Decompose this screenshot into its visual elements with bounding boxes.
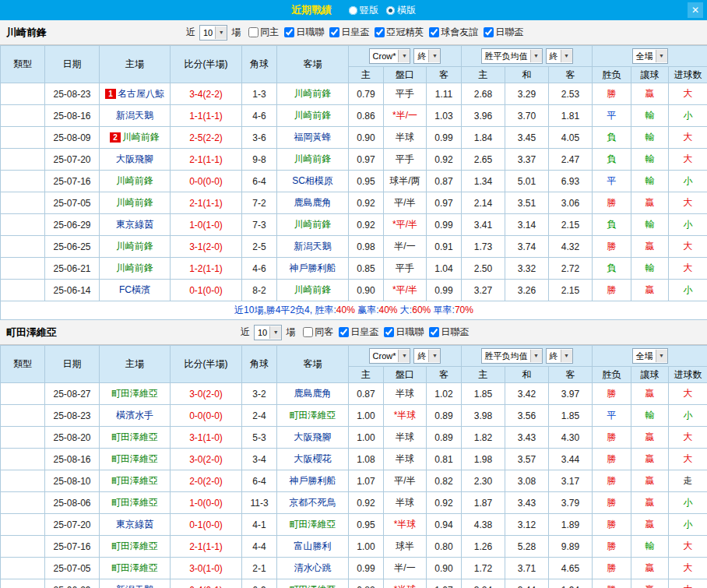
avg-draw-odds: 3.56 — [505, 405, 549, 427]
away-team-name[interactable]: 大阪飛腳 — [294, 431, 332, 442]
filter-checkbox[interactable] — [429, 27, 439, 37]
home-team-name[interactable]: 町田澤維亞 — [111, 497, 158, 508]
away-team-name[interactable]: 大阪櫻花 — [294, 453, 332, 464]
corner-score: 7-3 — [242, 214, 277, 236]
handicap-result: 贏 — [631, 280, 669, 301]
avg-home-odds: 1.73 — [462, 236, 505, 258]
filter-checkbox[interactable] — [375, 27, 385, 37]
chevron-down-icon: ▼ — [428, 50, 440, 62]
away-team-name[interactable]: 町田澤維亞 — [290, 519, 336, 530]
view-mode-radio[interactable]: 豎版 — [349, 4, 378, 17]
filter-checkbox-item[interactable]: 日皇盃 — [339, 326, 378, 339]
filter-checkbox-item[interactable]: 日皇盃 — [329, 26, 369, 39]
filter-checkbox-item[interactable]: 亞冠精英 — [375, 26, 424, 39]
away-team-name[interactable]: 神戶勝利船 — [290, 475, 336, 486]
filter-checkbox[interactable] — [484, 27, 494, 37]
final-odds-select[interactable]: 終▼ — [413, 348, 441, 364]
final-odds-select[interactable]: 終▼ — [413, 48, 441, 64]
full-match-select-value: 全場 — [636, 51, 653, 62]
avg-draw-odds: 3.74 — [505, 236, 549, 258]
ah-home-odds: 0.99 — [349, 558, 384, 579]
avg-odds-select[interactable]: 胜平负均值▼ — [481, 348, 543, 364]
filter-checkbox-item[interactable]: 日聯盃 — [484, 26, 523, 39]
away-team-name[interactable]: 京都不死鳥 — [290, 497, 336, 508]
filter-checkbox-item[interactable]: 日職聯 — [384, 326, 424, 339]
close-button[interactable]: ✕ — [688, 2, 703, 18]
goals-result: 小 — [669, 171, 707, 192]
home-team-name[interactable]: 橫濱水手 — [116, 410, 153, 421]
full-match-select[interactable]: 全場▼ — [632, 348, 668, 364]
home-team-name[interactable]: 町田澤維亞 — [111, 475, 158, 486]
away-team-cell: 神戶勝利船 — [277, 470, 349, 492]
final-avg-select[interactable]: 終▼ — [546, 48, 573, 64]
match-count-select[interactable]: 10▼ — [199, 25, 227, 40]
filter-checkbox-item[interactable]: 同客 — [303, 326, 333, 339]
away-team-name[interactable]: 新潟天鵝 — [294, 241, 332, 252]
filter-checkbox[interactable] — [303, 327, 313, 337]
home-team-name[interactable]: 大阪飛腳 — [116, 153, 153, 164]
away-team-name[interactable]: 富山勝利 — [294, 540, 332, 551]
away-team-name[interactable]: 川崎前鋒 — [294, 110, 332, 121]
handicap-result: 輸 — [631, 258, 669, 280]
home-team-name[interactable]: 町田澤維亞 — [111, 388, 158, 399]
home-team-name[interactable]: 川崎前鋒 — [116, 241, 153, 252]
away-team-name[interactable]: 町田澤維亞 — [290, 410, 336, 421]
home-team-name[interactable]: 東京綠茵 — [116, 219, 153, 230]
home-team-name[interactable]: FC橫濱 — [119, 284, 150, 295]
home-team-name[interactable]: 町田澤維亞 — [111, 453, 158, 464]
away-team-name[interactable]: 川崎前鋒 — [294, 284, 332, 295]
filter-checkbox-item[interactable]: 日職聯 — [284, 26, 324, 39]
away-team-name[interactable]: 鹿島鹿角 — [294, 388, 332, 399]
league-type: 日皇盃 — [1, 492, 45, 514]
home-team-cell: 町田澤維亞 — [100, 492, 171, 514]
home-team-name[interactable]: 川崎前鋒 — [116, 262, 153, 273]
away-team-name[interactable]: 福岡黃蜂 — [294, 132, 332, 143]
bookmaker-select[interactable]: Crow*▼ — [369, 348, 411, 364]
home-team-name[interactable]: 川崎前鋒 — [116, 175, 153, 186]
filter-checkbox[interactable] — [248, 27, 259, 37]
summary-part: 赢率: — [355, 305, 379, 315]
league-type: 日職聯 — [1, 149, 45, 171]
view-mode-radio[interactable]: 橫版 — [386, 4, 416, 17]
column-header-avg-draw: 和 — [505, 367, 549, 383]
filter-checkbox[interactable] — [429, 327, 439, 337]
filter-checkbox[interactable] — [329, 27, 339, 37]
away-team-name[interactable]: 川崎前鋒 — [294, 153, 332, 164]
away-team-name[interactable]: 川崎前鋒 — [294, 219, 332, 230]
home-team-name[interactable]: 川崎前鋒 — [116, 197, 153, 208]
away-team-name[interactable]: SC相模原 — [292, 175, 333, 186]
full-match-select[interactable]: 全場▼ — [632, 48, 668, 64]
home-team-name[interactable]: 新潟天鵝 — [116, 110, 153, 121]
away-team-name[interactable]: 町田澤維亞 — [290, 584, 336, 588]
filter-checkbox-item[interactable]: 同主 — [248, 26, 279, 39]
match-row: 日皇盃25-08-06町田澤維亞1-0(0-0)11-3京都不死鳥0.92半球0… — [1, 492, 707, 514]
filter-checkbox[interactable] — [384, 327, 394, 337]
final-avg-select[interactable]: 終▼ — [546, 348, 573, 364]
filter-checkbox-item[interactable]: 球會友誼 — [429, 26, 478, 39]
match-score: 3-0(2-0) — [171, 449, 242, 470]
avg-odds-select[interactable]: 胜平负均值▼ — [481, 48, 543, 64]
match-count-select[interactable]: 10▼ — [254, 325, 282, 340]
away-team-name[interactable]: 清水心跳 — [294, 562, 332, 573]
chevron-down-icon: ▼ — [398, 50, 410, 62]
away-team-name[interactable]: 川崎前鋒 — [294, 88, 332, 99]
games-label: 場 — [286, 326, 295, 339]
avg-draw-odds: 3.44 — [505, 579, 549, 588]
home-team-name[interactable]: 町田澤維亞 — [111, 431, 158, 442]
corner-score: 2-4 — [242, 405, 277, 427]
filter-checkbox[interactable] — [339, 327, 349, 337]
match-score: 3-0(2-0) — [171, 383, 242, 405]
match-row: 日皇盃25-08-27町田澤維亞3-0(2-0)3-2鹿島鹿角0.87半球1.0… — [1, 383, 707, 405]
filter-checkbox[interactable] — [284, 27, 294, 37]
away-team-name[interactable]: 神戶勝利船 — [290, 262, 336, 273]
home-team-name[interactable]: 名古屋八鯨 — [118, 88, 164, 99]
corner-score: 2-1 — [242, 558, 277, 579]
home-team-name[interactable]: 町田澤維亞 — [111, 562, 158, 573]
home-team-name[interactable]: 東京綠茵 — [116, 519, 153, 530]
home-team-name[interactable]: 新潟天鵝 — [116, 584, 153, 588]
home-team-name[interactable]: 川崎前鋒 — [122, 132, 160, 143]
bookmaker-select[interactable]: Crow*▼ — [369, 48, 411, 64]
away-team-name[interactable]: 鹿島鹿角 — [294, 197, 332, 208]
home-team-name[interactable]: 町田澤維亞 — [111, 540, 158, 551]
filter-checkbox-item[interactable]: 日聯盃 — [429, 326, 469, 339]
